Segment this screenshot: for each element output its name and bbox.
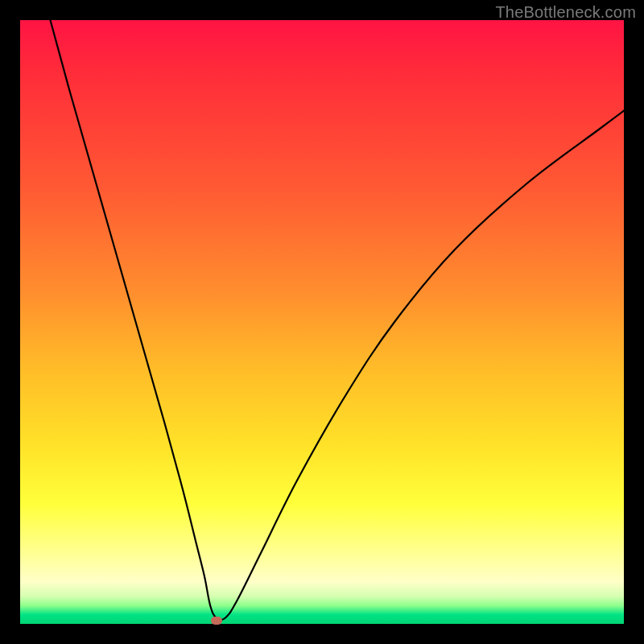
plot-area xyxy=(20,20,624,624)
bottleneck-curve xyxy=(20,20,624,624)
curve-line xyxy=(51,20,625,620)
attribution-text: TheBottleneck.com xyxy=(495,3,636,22)
optimal-point-marker xyxy=(211,617,222,625)
chart-frame: TheBottleneck.com xyxy=(0,0,644,644)
